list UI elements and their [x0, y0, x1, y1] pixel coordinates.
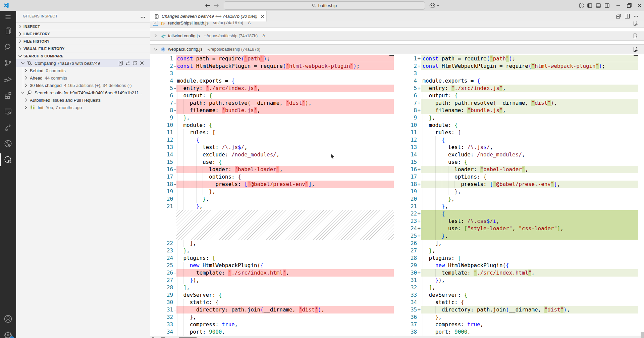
chevron-right-icon[interactable] — [17, 39, 23, 44]
line-number[interactable]: 5 — [404, 85, 417, 92]
line-number[interactable]: 33 — [404, 291, 417, 299]
code-line[interactable]: devServer: { — [423, 291, 468, 299]
line-number[interactable]: 21 — [160, 203, 173, 210]
code-line[interactable]: rules: [ — [177, 129, 216, 136]
line-number[interactable]: 16 — [160, 166, 173, 173]
code-line[interactable]: path: path.resolve(__dirname, 'dist'), — [177, 99, 312, 107]
code-line[interactable]: }, — [177, 114, 190, 122]
code-line[interactable]: }, — [423, 195, 455, 203]
more-actions-icon[interactable] — [140, 14, 146, 20]
code-line[interactable]: }, — [177, 203, 203, 210]
code-line[interactable]: directory: path.join(__dirname, "dist"), — [423, 306, 570, 313]
line-number[interactable]: 19 — [160, 188, 173, 195]
code-line[interactable]: }, — [423, 247, 435, 254]
line-number[interactable]: 29 — [160, 291, 173, 299]
minimize-icon[interactable] — [615, 3, 621, 8]
line-number[interactable]: 10 — [404, 122, 417, 129]
chevron-down-icon[interactable] — [20, 60, 25, 66]
code-line[interactable]: ], — [177, 240, 196, 247]
code-line[interactable]: }, — [177, 313, 196, 321]
line-number[interactable]: 23 — [404, 218, 417, 225]
code-line[interactable]: }, — [177, 195, 209, 203]
code-line[interactable]: }, — [177, 247, 190, 254]
line-number[interactable]: 2 — [160, 62, 173, 70]
line-number[interactable]: 23 — [160, 247, 173, 254]
code-line[interactable]: options: { — [177, 173, 241, 181]
tab-changes[interactable]: Changes between b9af749 ⟷ 74a187b (30 fi… — [150, 11, 267, 21]
activity-bar-item-commit-graph[interactable] — [0, 136, 16, 152]
code-line[interactable]: port: 9000, — [177, 328, 225, 336]
line-number[interactable]: 7 — [404, 99, 417, 107]
code-line[interactable]: template: "./src/index.html", — [423, 269, 535, 277]
line-number[interactable]: 1 — [404, 55, 417, 62]
line-number[interactable]: 4 — [160, 77, 173, 85]
chevron-right-icon[interactable] — [17, 24, 23, 29]
code-line[interactable]: new HtmlWebpackPlugin({ — [177, 262, 264, 269]
code-line[interactable]: module: { — [423, 122, 458, 129]
line-number[interactable]: 28 — [404, 254, 417, 262]
command-center-search[interactable]: battleship — [224, 1, 425, 10]
chevron-down-icon[interactable] — [436, 4, 439, 7]
code-line[interactable]: plugins: [ — [423, 254, 461, 262]
toggle-sidebar-icon[interactable] — [587, 3, 592, 8]
line-number[interactable]: 9 — [160, 114, 173, 122]
toggle-panel-icon[interactable] — [596, 3, 601, 8]
code-line[interactable]: const HtmlWebpackPlugin = require('html-… — [177, 62, 360, 70]
code-line[interactable]: { — [423, 210, 445, 218]
line-number[interactable]: 15 — [404, 158, 417, 166]
line-number[interactable]: 17 — [160, 173, 173, 181]
line-number[interactable]: 13 — [404, 144, 417, 151]
line-number[interactable]: 37 — [404, 321, 417, 328]
line-number[interactable]: 13 — [160, 144, 173, 151]
line-number[interactable]: 26 — [404, 240, 417, 247]
line-number[interactable]: 31 — [160, 306, 173, 313]
close-icon[interactable] — [139, 60, 145, 66]
line-number[interactable]: 21 — [404, 203, 417, 210]
code-line[interactable]: output: { — [423, 92, 458, 99]
line-number[interactable]: 9 — [404, 114, 417, 122]
code-line[interactable]: loader: "babel-loader", — [423, 166, 528, 173]
line-number[interactable]: 25 — [404, 232, 417, 240]
next-file-header[interactable] — [150, 336, 644, 338]
code-line[interactable]: module: { — [177, 122, 212, 129]
code-line[interactable]: ], — [423, 240, 442, 247]
code-line[interactable]: entry: './src/index.js', — [177, 85, 261, 92]
file-header-tailwind-config-js[interactable]: tailwind.config.js~/repos/battleship (74… — [150, 31, 644, 41]
chevron-right-icon[interactable] — [17, 31, 23, 37]
code-line[interactable]: rules: [ — [423, 129, 461, 136]
restore-window-icon[interactable] — [627, 3, 632, 8]
code-line[interactable]: plugins: [ — [177, 254, 216, 262]
code-line[interactable]: { — [177, 136, 200, 144]
activity-bar-item-search[interactable] — [0, 39, 16, 55]
scrollbar-thumb[interactable] — [641, 332, 644, 338]
line-number[interactable]: 20 — [160, 195, 173, 203]
code-line[interactable]: use: ["style-loader", "css-loader"], — [423, 225, 564, 232]
line-number[interactable]: 29 — [404, 262, 417, 269]
code-line[interactable]: }, — [177, 188, 216, 195]
open-changes-icon[interactable] — [118, 60, 123, 66]
section-inspect[interactable]: INSPECT — [16, 22, 150, 30]
code-line[interactable]: presets: ["@babel/preset-env"], — [423, 181, 560, 188]
code-line[interactable]: port: 9000, — [423, 328, 471, 336]
code-line[interactable]: devServer: { — [177, 291, 222, 299]
line-number[interactable]: 22 — [160, 240, 173, 247]
file-header-webpack-config-js[interactable]: webpack.config.js~/repos/battleship (74a… — [150, 44, 644, 54]
tree-row-autolinked-issues-and-pull-requests[interactable]: Autolinked Issues and Pull Requests — [16, 96, 150, 104]
chevron-right-icon[interactable] — [23, 68, 29, 73]
line-number[interactable]: 30 — [404, 269, 417, 277]
line-number[interactable]: 16 — [404, 166, 417, 173]
line-number[interactable]: 1 — [160, 55, 173, 62]
tree-row-30-files-changed[interactable]: 30 files changed4,165 additions (+), 34 … — [16, 82, 150, 89]
chevron-right-icon[interactable] — [17, 46, 23, 51]
line-number[interactable]: 18 — [160, 181, 173, 188]
line-number[interactable]: 20 — [404, 195, 417, 203]
code-line[interactable]: static: { — [177, 299, 219, 306]
line-number[interactable]: 32 — [404, 284, 417, 291]
code-line[interactable]: ], — [423, 284, 435, 291]
chevron-right-icon[interactable] — [23, 83, 29, 88]
line-number[interactable]: 14 — [160, 151, 173, 158]
chevron-right-icon[interactable] — [23, 97, 29, 103]
code-line[interactable]: }, — [423, 203, 448, 210]
tab-close-icon[interactable] — [260, 14, 265, 19]
line-number[interactable]: 30 — [160, 299, 173, 306]
